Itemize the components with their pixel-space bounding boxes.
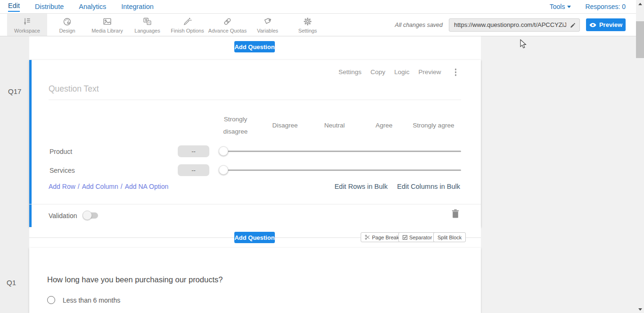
settings-label: Settings <box>298 28 317 34</box>
checkbox-icon <box>403 235 407 240</box>
link-separator: / <box>78 183 80 190</box>
preview-button[interactable]: Preview <box>586 18 626 31</box>
q1-option-row: Less than 6 months <box>47 296 120 304</box>
workspace-icon <box>22 17 32 26</box>
scale-column-headers: Strongly disagree Disagree Neutral Agree… <box>211 112 458 139</box>
eye-icon <box>589 23 596 27</box>
nav-tab-edit[interactable]: Edit <box>8 0 20 13</box>
tools-menu[interactable]: Tools <box>550 3 571 10</box>
toolbar-item-languages[interactable]: A Languages <box>127 14 167 36</box>
responses-link[interactable]: Responses: 0 <box>585 3 626 10</box>
scale-col-disagree: Disagree <box>260 119 310 132</box>
add-links-group: Add Row/Add Column/Add NA Option <box>49 183 168 190</box>
separator-label: Separator <box>409 235 432 240</box>
preview-button-label: Preview <box>599 21 622 28</box>
nav-tab-integration[interactable]: Integration <box>121 0 154 13</box>
delete-question-trash-icon[interactable] <box>452 209 459 218</box>
finish-options-label: Finish Options <box>171 28 204 34</box>
block-separator-row: Add Question Page Break Separator Split … <box>29 227 481 248</box>
row-value-badge: -- <box>178 145 209 157</box>
toolbar-item-finish-options[interactable]: Finish Options <box>167 14 207 36</box>
add-question-strip-top: Add Question <box>29 36 481 60</box>
question-text-underline <box>49 100 461 100</box>
canvas-right-background <box>481 36 636 313</box>
add-column-link[interactable]: Add Column <box>82 183 118 190</box>
question-text-input[interactable]: Question Text <box>49 84 99 94</box>
question-logic-link[interactable]: Logic <box>394 68 409 76</box>
kebab-menu-icon[interactable] <box>454 68 458 77</box>
slider-handle[interactable] <box>219 165 228 175</box>
survey-url-input[interactable] <box>449 19 579 31</box>
edit-columns-in-bulk-link[interactable]: Edit Columns in Bulk <box>397 183 460 190</box>
question-number-q1: Q1 <box>7 279 16 287</box>
nav-tab-integration-label: Integration <box>121 3 154 10</box>
row-label: Services <box>50 164 75 177</box>
add-question-button-bottom[interactable]: Add Question <box>234 232 275 243</box>
split-block-button[interactable]: Split Block <box>433 232 466 242</box>
variables-label: Variables <box>257 28 278 34</box>
advance-quotas-icon <box>223 17 232 26</box>
toolbar-items: Workspace Design Media Library A Languag… <box>0 14 328 36</box>
edit-url-pencil-icon[interactable] <box>570 22 576 28</box>
bulk-links-group: Edit Rows in Bulk Edit Columns in Bulk <box>334 183 460 190</box>
scrollbar-up-arrow[interactable] <box>636 0 644 8</box>
media-library-icon <box>102 17 112 26</box>
scrollbar-down-arrow[interactable] <box>636 305 644 313</box>
toolbar-item-advance-quotas[interactable]: Advance Quotas <box>207 14 248 36</box>
page-break-button[interactable]: Page Break <box>361 232 403 242</box>
tools-label: Tools <box>550 3 565 10</box>
add-na-option-link[interactable]: Add NA Option <box>125 183 169 190</box>
toggle-knob <box>83 211 92 220</box>
save-status: All changes saved <box>395 22 443 28</box>
slider-handle[interactable] <box>219 146 228 156</box>
add-row-link[interactable]: Add Row <box>49 183 75 190</box>
advance-quotas-label: Advance Quotas <box>208 28 247 34</box>
question-number-q17: Q17 <box>8 87 21 95</box>
toolbar-item-workspace[interactable]: Workspace <box>7 14 47 36</box>
scale-col-strongly-disagree: Strongly disagree <box>211 113 260 138</box>
vertical-scrollbar[interactable] <box>636 0 644 313</box>
scale-col-neutral: Neutral <box>310 119 359 132</box>
top-nav: Edit Distribute Analytics Integration To… <box>0 0 636 14</box>
variables-tag-icon <box>263 17 272 26</box>
question-copy-link[interactable]: Copy <box>371 68 386 76</box>
workspace-label: Workspace <box>14 28 40 34</box>
nav-tab-distribute[interactable]: Distribute <box>35 0 64 13</box>
split-block-label: Split Block <box>438 235 462 240</box>
scale-col-agree: Agree <box>359 119 409 132</box>
slider-track[interactable] <box>223 169 461 171</box>
edit-rows-in-bulk-link[interactable]: Edit Rows in Bulk <box>334 183 388 190</box>
question-column: Add Question Settings Copy Logic Preview… <box>29 36 481 313</box>
nav-right: Tools Responses: 0 <box>550 3 636 10</box>
languages-icon: A <box>142 17 152 26</box>
add-question-button-top[interactable]: Add Question <box>234 41 275 52</box>
link-separator: / <box>121 183 123 190</box>
languages-label: Languages <box>134 28 160 34</box>
slider-track[interactable] <box>223 151 461 152</box>
caret-down-icon <box>567 6 571 8</box>
toolbar-item-media-library[interactable]: Media Library <box>87 14 127 36</box>
design-label: Design <box>59 28 75 34</box>
nav-tab-analytics[interactable]: Analytics <box>79 0 106 13</box>
toolbar-item-variables[interactable]: Variables <box>248 14 288 36</box>
row-value-badge: -- <box>178 164 209 176</box>
nav-tab-edit-label: Edit <box>8 2 20 12</box>
toolbar-item-settings[interactable]: Settings <box>288 14 328 36</box>
scrollbar-thumb[interactable] <box>636 21 644 58</box>
validation-label: Validation <box>49 212 77 220</box>
settings-gear-icon <box>303 17 313 26</box>
scissors-icon <box>365 235 370 240</box>
separator-button[interactable]: Separator <box>398 232 436 242</box>
q1-option-label: Less than 6 months <box>63 296 120 304</box>
selected-question-indicator <box>29 60 32 227</box>
nav-tab-distribute-label: Distribute <box>35 3 64 10</box>
radio-button-icon[interactable] <box>47 296 55 304</box>
question-card-q17: Settings Copy Logic Preview Question Tex… <box>29 60 481 227</box>
question-settings-link[interactable]: Settings <box>339 68 362 76</box>
validation-toggle[interactable] <box>83 212 98 219</box>
question-preview-link[interactable]: Preview <box>418 68 441 76</box>
nav-tabs: Edit Distribute Analytics Integration <box>0 0 154 13</box>
matrix-row-services: Services -- <box>29 164 481 177</box>
toolbar-item-design[interactable]: Design <box>47 14 87 36</box>
scale-col-strongly-agree: Strongly agree <box>409 119 458 132</box>
